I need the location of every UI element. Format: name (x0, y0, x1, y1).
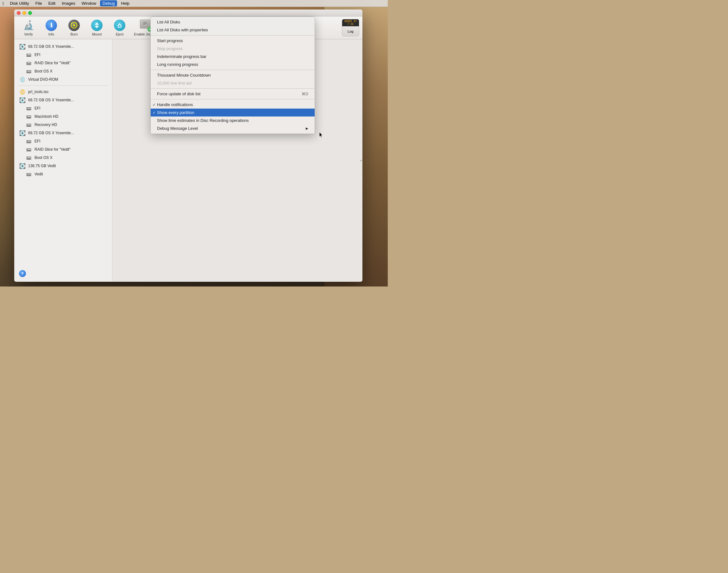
menubar-images[interactable]: Images (59, 0, 78, 6)
show-every-partition-checkmark: ✓ (153, 110, 156, 115)
menu-debug-message-level[interactable]: Debug Message Level ▶ (151, 124, 315, 132)
menubar-edit[interactable]: Edit (46, 0, 58, 6)
minimize-button[interactable] (22, 11, 26, 15)
sidebar-item-bootos2[interactable]: 🖴 Boot OS X (15, 154, 111, 162)
menu-stop-progress: Stop progress (151, 45, 315, 53)
mount-button[interactable]: Mount (86, 18, 108, 37)
menubar-help[interactable]: Help (118, 0, 132, 6)
menu-separator-1 (151, 35, 315, 36)
menubar-window[interactable]: Window (79, 0, 99, 6)
menubar-debug[interactable]: Debug (100, 0, 117, 6)
sidebar-item-disk3[interactable]: 💽 68.72 GB OS X Yosemite... (15, 129, 111, 137)
submenu-arrow-icon: ▶ (306, 126, 308, 130)
app-window: 🔬 Verify ℹ Info (14, 9, 362, 282)
svg-rect-10 (144, 24, 145, 25)
iso-label: prl_tools.iso (28, 90, 48, 94)
verify-button[interactable]: 🔬 Verify (17, 18, 40, 37)
menu-thousand-minute[interactable]: Thousand Minute Countdown (151, 71, 315, 79)
info-button[interactable]: ℹ Info (40, 18, 62, 37)
svg-point-1 (73, 24, 75, 26)
menu-show-every-partition[interactable]: ✓ Show every partition (151, 109, 315, 116)
menubar-disk-utility[interactable]: Disk Utility (7, 0, 32, 6)
efi3-label: EFI (35, 139, 41, 143)
debug-dropdown-menu: List All Disks List All Disks with prope… (150, 16, 315, 134)
mount-icon (91, 20, 103, 31)
sidebar-item-disk2[interactable]: 💽 68.72 GB OS X Yosemite... (15, 96, 111, 104)
menu-show-time-estimates-label: Show time estimates in Disc Recording op… (157, 118, 249, 123)
svg-rect-6 (118, 27, 121, 28)
sidebar-item-efi3[interactable]: 🖴 EFI (15, 137, 111, 145)
macintosh-label: Macintosh HD (35, 114, 58, 119)
mount-label: Mount (92, 32, 102, 36)
efi1-label: EFI (35, 53, 41, 57)
maximize-button[interactable] (28, 11, 32, 15)
menu-long-running[interactable]: Long running progress (151, 60, 315, 68)
disk-icon: 💽 (19, 43, 25, 50)
sidebar-item-efi1[interactable]: 🖴 EFI (15, 51, 111, 59)
apple-menu[interactable]:  (3, 1, 4, 6)
menu-separator-4 (151, 99, 315, 99)
recovery-label: Recovery HD (35, 122, 57, 127)
enable-journal-icon (140, 20, 151, 31)
dvd-icon: 💿 (19, 76, 25, 83)
menu-long-running-label: Long running progress (157, 62, 198, 67)
sidebar-resizer[interactable] (360, 154, 362, 167)
efi2-label: EFI (35, 106, 41, 110)
menu-show-every-partition-label: Show every partition (157, 110, 194, 115)
menu-indeterminate-progress[interactable]: Indeterminate progress bar (151, 53, 315, 60)
svg-line-3 (76, 23, 77, 23)
menubar-file[interactable]: File (33, 0, 45, 6)
sidebar-item-veditdisk[interactable]: 💽 136.75 GB Vedit (15, 162, 111, 170)
veditdisk-label: 136.75 GB Vedit (28, 164, 56, 168)
dvd-label: Virtual DVD-ROM (28, 77, 58, 82)
sidebar-item-vedit[interactable]: 🖴 Vedit (15, 170, 111, 178)
sidebar: 💽 68.72 GB OS X Yosemite... 🖴 EFI 🖴 RAID… (14, 39, 112, 281)
help-button[interactable]: ? (19, 270, 26, 277)
menu-handle-notifications[interactable]: ✓ Handle notifications (151, 101, 315, 109)
sidebar-item-raid1[interactable]: 🖴 RAID Slice for "Vedit" (15, 59, 111, 67)
sidebar-item-macintosh[interactable]: 🖴 Macintosh HD (15, 112, 111, 121)
menu-bar:  Disk Utility File Edit Images Window D… (0, 0, 388, 7)
menu-show-time-estimates[interactable]: Show time estimates in Disc Recording op… (151, 116, 315, 124)
sidebar-item-iso[interactable]: 📀 prl_tools.iso (15, 88, 111, 96)
raid1-label: RAID Slice for "Vedit" (35, 61, 70, 65)
menu-ten-thousand-line-label: 10,000 line first aid (157, 81, 191, 86)
menu-list-all-disks-props-label: List All Disks with properties (157, 28, 208, 32)
burn-icon (68, 20, 80, 31)
menu-start-progress-label: Start progress (157, 38, 183, 43)
sidebar-item-bootos1[interactable]: 🖴 Boot OS X (15, 67, 111, 75)
close-button[interactable] (17, 11, 20, 15)
sidebar-item-dvd[interactable]: 💿 Virtual DVD-ROM (15, 75, 111, 84)
sidebar-separator (18, 86, 108, 86)
partition-icon: 🖴 (25, 154, 32, 161)
menu-ten-thousand-line: 10,000 line first aid (151, 79, 315, 87)
sidebar-item-efi2[interactable]: 🖴 EFI (15, 104, 111, 112)
menu-list-all-disks[interactable]: List All Disks (151, 18, 315, 26)
partition-icon: 🖴 (25, 121, 32, 128)
eject-button[interactable]: Eject (109, 18, 131, 37)
partition-icon: 🖴 (25, 171, 32, 177)
menu-separator-2 (151, 70, 315, 70)
menu-start-progress[interactable]: Start progress (151, 37, 315, 45)
info-label: Info (48, 32, 54, 36)
sidebar-item-recovery[interactable]: 🖴 Recovery HD (15, 121, 111, 129)
menu-force-update-label: Force update of disk list (157, 92, 200, 96)
handle-notifications-checkmark: ✓ (153, 103, 156, 107)
partition-icon: 🖴 (25, 146, 32, 153)
menu-debug-message-level-label: Debug Message Level (157, 126, 198, 131)
partition-icon: 🖴 (25, 113, 32, 120)
menu-list-all-disks-props[interactable]: List All Disks with properties (151, 26, 315, 34)
sidebar-item-disk1[interactable]: 💽 68.72 GB OS X Yosemite... (15, 42, 111, 51)
menu-handle-notifications-label: Handle notifications (157, 102, 193, 107)
log-button[interactable]: WARNI AY 7:36 Log (342, 19, 359, 37)
disk-icon: 💽 (19, 97, 25, 103)
menu-force-update[interactable]: Force update of disk list ⌘D (151, 90, 315, 98)
raid2-label: RAID Slice for "Vedit" (35, 147, 70, 152)
disk1-label: 68.72 GB OS X Yosemite... (28, 44, 74, 49)
verify-icon: 🔬 (23, 20, 34, 31)
title-bar (14, 9, 362, 16)
disk3-label: 68.72 GB OS X Yosemite... (28, 131, 74, 135)
burn-button[interactable]: Burn (63, 18, 85, 37)
iso-icon: 📀 (19, 89, 25, 95)
sidebar-item-raid2[interactable]: 🖴 RAID Slice for "Vedit" (15, 145, 111, 154)
